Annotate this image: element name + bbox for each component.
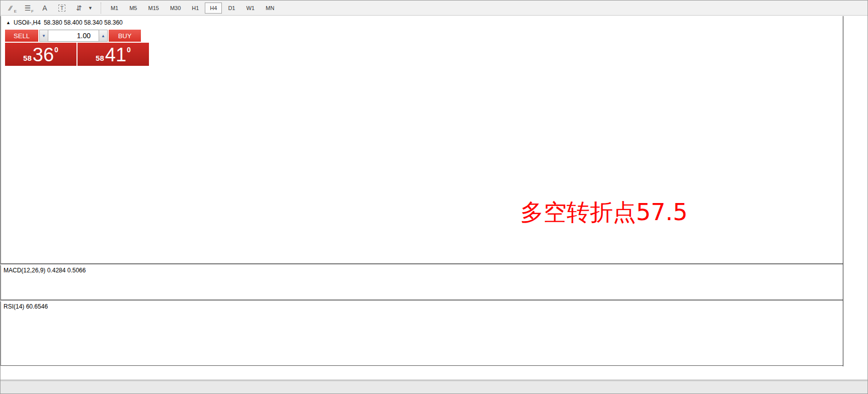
buy-price-main: 41 — [105, 45, 126, 65]
macd-label: MACD(12,26,9) 0.4284 0.5066 — [4, 267, 86, 274]
text-label-icon[interactable]: T — [55, 2, 69, 14]
buy-price-sup: 0 — [127, 44, 131, 54]
volume-input[interactable] — [48, 30, 99, 42]
chart-text-annotation: 多空转折点57.5 — [520, 197, 687, 228]
drawing-tools: ∕∕E☰FAT⇵ — [4, 2, 89, 14]
rsi-label: RSI(14) 60.6546 — [4, 303, 48, 310]
volume-decrease-button[interactable]: ▼ — [39, 30, 48, 42]
fibonacci-retracement-icon[interactable]: ☰F — [21, 2, 35, 14]
one-click-trading-panel: SELL ▼ ▲ BUY 58 36 0 58 41 0 — [5, 30, 149, 66]
arrow-objects-icon[interactable]: ⇵ — [72, 2, 86, 14]
price-axis[interactable] — [843, 16, 868, 366]
symbol-title: USOil-,H4 — [14, 19, 41, 26]
timeframe-button-d1[interactable]: D1 — [223, 3, 240, 14]
time-axis[interactable] — [1, 366, 868, 380]
buy-button[interactable]: BUY — [108, 30, 141, 42]
timeframe-button-h4[interactable]: H4 — [205, 3, 222, 14]
rsi-indicator-panel[interactable]: RSI(14) 60.6546 — [1, 302, 843, 366]
sell-price-sup: 0 — [54, 44, 58, 54]
price-chart-panel[interactable]: ▲ USOil-,H4 58.380 58.400 58.340 58.360 … — [1, 16, 843, 264]
collapse-icon[interactable]: ▲ — [6, 20, 11, 25]
timeframe-button-m5[interactable]: M5 — [124, 3, 142, 14]
macd-indicator-panel[interactable]: MACD(12,26,9) 0.4284 0.5066 — [1, 265, 843, 301]
toolbar-separator — [101, 3, 101, 14]
sell-price-box[interactable]: 58 36 0 — [5, 43, 76, 66]
chart-header: ▲ USOil-,H4 58.380 58.400 58.340 58.360 — [6, 19, 123, 26]
toolbar: ∕∕E☰FAT⇵ ▼ M1M5M15M30H1H4D1W1MN — [1, 1, 868, 16]
sell-button[interactable]: SELL — [5, 30, 39, 42]
chart-tab-bar — [1, 380, 868, 394]
ohlc-readout: 58.380 58.400 58.340 58.360 — [44, 19, 123, 26]
timeframe-button-mn[interactable]: MN — [261, 3, 279, 14]
text-icon[interactable]: A — [38, 2, 52, 14]
timeframe-button-m30[interactable]: M30 — [165, 3, 186, 14]
buy-price-box[interactable]: 58 41 0 — [77, 43, 149, 66]
equidistant-channel-icon[interactable]: ∕∕E — [4, 2, 18, 14]
mt4-window: ∕∕E☰FAT⇵ ▼ M1M5M15M30H1H4D1W1MN ▲ USOil-… — [0, 0, 868, 394]
timeframe-button-m15[interactable]: M15 — [143, 3, 164, 14]
timeframe-button-w1[interactable]: W1 — [241, 3, 260, 14]
timeframe-buttons: M1M5M15M30H1H4D1W1MN — [105, 3, 280, 14]
sell-price-prefix: 58 — [23, 54, 32, 62]
timeframe-button-h1[interactable]: H1 — [187, 3, 204, 14]
sell-price-main: 36 — [33, 45, 54, 65]
timeframe-button-m1[interactable]: M1 — [106, 3, 123, 14]
chevron-down-icon[interactable]: ▼ — [88, 6, 93, 11]
volume-increase-button[interactable]: ▲ — [99, 30, 108, 42]
buy-price-prefix: 58 — [96, 54, 104, 62]
